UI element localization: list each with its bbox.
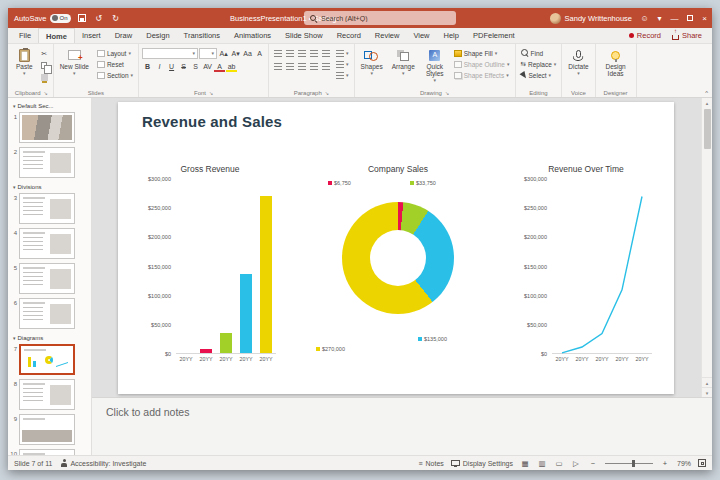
arrange-button[interactable]: Arrange ▾ [389,46,418,76]
increase-font-size-button[interactable]: A▴ [218,48,229,59]
change-case-button[interactable]: Aa [242,48,253,59]
search-input[interactable] [321,15,450,22]
design-ideas-button[interactable]: Design Ideas [599,46,633,77]
revenue-over-time-chart[interactable]: Revenue Over Time$300,000$250,000$200,00… [516,164,656,366]
previous-slide-button[interactable]: ▴ [702,377,712,387]
tab-animations[interactable]: Animations [227,28,278,43]
slide-thumbnail-row[interactable]: 7 [8,343,91,378]
slide-thumbnail[interactable] [19,147,75,178]
tab-view[interactable]: View [406,28,436,43]
save-icon[interactable] [76,8,88,28]
copy-button[interactable] [39,60,50,71]
clipboard-dialog-launcher[interactable]: ↘ [44,90,48,96]
slide-thumbnail-row[interactable]: 6 [8,297,91,332]
zoom-slider-thumb[interactable] [632,460,635,467]
company-sales-chart[interactable]: Company Sales$6,750$33,750$135,000$270,0… [300,164,496,366]
slide-thumbnail[interactable] [19,298,75,329]
reading-view-button[interactable]: ▭ [554,459,564,468]
close-icon[interactable]: × [697,8,712,28]
tab-home[interactable]: Home [38,28,75,43]
drawing-dialog-launcher[interactable]: ↘ [445,90,449,96]
zoom-out-button[interactable]: − [588,459,598,468]
justify-button[interactable] [308,61,319,72]
slide-thumbnail-row[interactable]: 8 [8,378,91,413]
shape-outline-button[interactable]: Shape Outline▾ [452,59,512,69]
tab-file[interactable]: File [12,28,38,43]
section-button[interactable]: Section▾ [95,70,135,80]
autosave-toggle[interactable]: AutoSave On [14,14,71,23]
cut-button[interactable]: ✂ [39,48,50,59]
numbering-button[interactable] [284,48,295,59]
slide-thumbnail-row[interactable]: 3 [8,192,91,227]
replace-button[interactable]: ⇆Replace▾ [519,59,559,69]
accessibility-status[interactable]: Accessibility: Investigate [61,459,146,467]
fit-slide-to-window-icon[interactable] [698,459,706,467]
section-header[interactable]: ▾Diagrams [8,332,91,343]
scroll-up-icon[interactable]: ▴ [702,98,712,108]
minimize-icon[interactable]: — [667,8,682,28]
slide-title[interactable]: Revenue and Sales [142,113,282,130]
restore-icon[interactable] [682,8,697,28]
redo-icon[interactable]: ↻ [110,8,122,28]
shapes-button[interactable]: Shapes ▾ [358,46,386,76]
undo-icon[interactable]: ↺ [93,8,105,28]
tab-slide-show[interactable]: Slide Show [278,28,330,43]
decrease-indent-button[interactable] [296,48,307,59]
zoom-slider[interactable] [605,459,653,468]
tab-draw[interactable]: Draw [108,28,140,43]
slide-thumbnail[interactable] [19,228,75,259]
gross-revenue-chart[interactable]: Gross Revenue$300,000$250,000$200,000$15… [140,164,280,366]
slide-thumbnail[interactable] [19,344,75,375]
font-name-select[interactable]: ▾ [142,48,198,59]
increase-indent-button[interactable] [308,48,319,59]
decrease-font-size-button[interactable]: A▾ [230,48,241,59]
section-header[interactable]: ▾Divisions [8,181,91,192]
tab-record[interactable]: Record [330,28,368,43]
ribbon-display-options-icon[interactable]: ▾ [652,8,667,28]
convert-to-smartart-button[interactable]: ▾ [334,70,351,80]
autosave-switch[interactable]: On [50,14,71,23]
align-center-button[interactable] [284,61,295,72]
shape-effects-button[interactable]: Shape Effects▾ [452,70,512,80]
align-text-button[interactable]: ▾ [334,59,351,69]
strikethrough-button[interactable]: S [178,61,189,72]
text-shadow-button[interactable]: S [190,61,201,72]
dictate-button[interactable]: Dictate ▾ [565,46,591,76]
new-slide-button[interactable]: New Slide ▾ [57,46,92,76]
slideshow-view-button[interactable]: ▷ [571,459,581,468]
shape-fill-button[interactable]: Shape Fill▾ [452,48,512,58]
zoom-in-button[interactable]: + [660,459,670,468]
tab-pdfelement[interactable]: PDFelement [466,28,522,43]
vertical-scrollbar[interactable]: ▴ ▴ ▾ [701,98,712,397]
notes-toggle-button[interactable]: ≡Notes [418,460,443,467]
select-button[interactable]: Select▾ [519,70,559,80]
collapse-ribbon-icon[interactable]: ^ [705,90,708,96]
slide-thumbnail-row[interactable]: 4 [8,227,91,262]
layout-button[interactable]: Layout▾ [95,48,135,58]
slide-thumbnail-row[interactable]: 2 [8,146,91,181]
slide-canvas[interactable]: Revenue and Sales Gross Revenue$300,000$… [118,102,674,394]
align-left-button[interactable] [272,61,283,72]
user-avatar[interactable] [550,13,561,24]
record-button[interactable]: Record [629,31,661,40]
font-dialog-launcher[interactable]: ↘ [209,90,213,96]
section-header[interactable]: ▾Default Sec... [8,100,91,111]
normal-view-button[interactable]: ▦ [520,459,530,468]
align-right-button[interactable] [296,61,307,72]
user-name[interactable]: Sandy Writtenhouse [565,14,632,23]
slide-thumbnail-row[interactable]: 5 [8,262,91,297]
slide-thumbnail-row[interactable]: 9 [8,413,91,448]
zoom-percent[interactable]: 79% [677,460,691,467]
underline-button[interactable]: U [166,61,177,72]
bullets-button[interactable] [272,48,283,59]
italic-button[interactable]: I [154,61,165,72]
clear-formatting-button[interactable]: A [254,48,265,59]
slide-thumbnail[interactable] [19,414,75,445]
slide-sorter-view-button[interactable]: ▥ [537,459,547,468]
slide-thumbnail[interactable] [19,379,75,410]
bold-button[interactable]: B [142,61,153,72]
slide-thumbnail-row[interactable]: 10 [8,448,91,455]
tab-transitions[interactable]: Transitions [177,28,227,43]
text-highlight-button[interactable]: ab [226,61,237,72]
feedback-icon[interactable]: ☺ [637,8,652,28]
